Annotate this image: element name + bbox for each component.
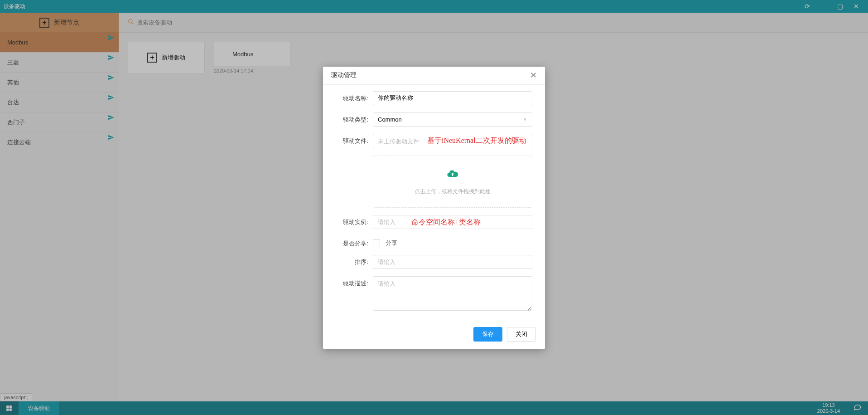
driver-type-select[interactable]: Common ▼ [373, 112, 532, 127]
desc-textarea[interactable] [373, 276, 532, 311]
chevron-down-icon: ▼ [523, 117, 527, 122]
driver-file-display: 未上传驱动文件 [373, 134, 532, 149]
label-share: 是否分享: [336, 236, 368, 248]
upload-hint: 点击上传，或将文件拖拽到此处 [415, 188, 491, 195]
upload-dropzone[interactable]: 点击上传，或将文件拖拽到此处 [373, 156, 532, 208]
close-button[interactable]: 关闭 [507, 327, 536, 342]
driver-type-value: Common [378, 116, 402, 123]
driver-instance-input[interactable] [373, 215, 532, 229]
label-driver-file: 驱动文件: [336, 134, 368, 145]
label-order: 排序: [336, 255, 368, 266]
driver-name-input[interactable] [373, 91, 532, 105]
modal-overlay: 驱动管理 ✕ 驱动名称: 驱动类型: Common ▼ [0, 0, 868, 415]
modal-title: 驱动管理 [331, 71, 357, 79]
cloud-upload-icon [444, 167, 461, 183]
driver-modal: 驱动管理 ✕ 驱动名称: 驱动类型: Common ▼ [323, 67, 545, 349]
label-desc: 驱动描述: [336, 276, 368, 288]
order-input[interactable] [373, 255, 532, 269]
share-checkbox[interactable] [373, 239, 380, 246]
label-driver-name: 驱动名称: [336, 91, 368, 103]
label-driver-instance: 驱动实例: [336, 215, 368, 226]
share-checkbox-label: 分享 [386, 239, 397, 246]
save-button[interactable]: 保存 [473, 327, 502, 342]
modal-close-icon[interactable]: ✕ [530, 70, 537, 80]
label-driver-type: 驱动类型: [336, 112, 368, 124]
